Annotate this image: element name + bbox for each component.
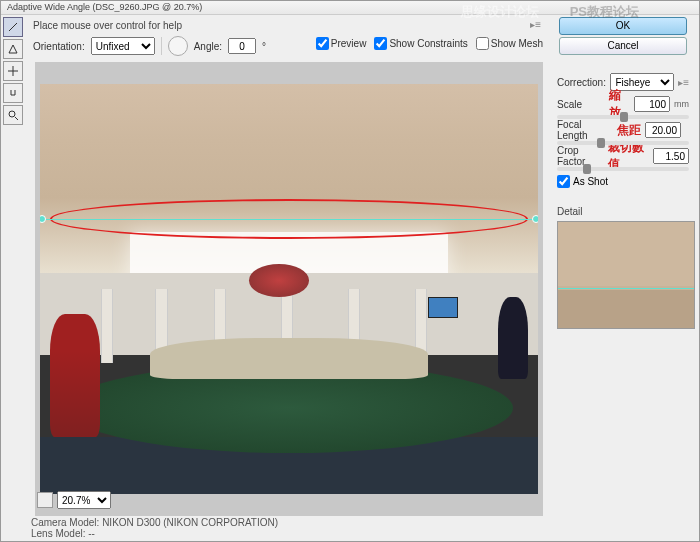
tool-palette [3,17,27,125]
view-options: Preview Show Constraints Show Mesh [316,37,543,50]
show-constraints-checkbox[interactable]: Show Constraints [374,37,467,50]
camera-model: Camera Model: NIKON D300 (NIKON CORPORAT… [31,517,278,528]
nav-hand-icon[interactable] [37,492,53,508]
move-tool[interactable] [3,61,23,81]
focal-chinese: 焦距 [617,122,641,139]
adaptive-wide-angle-dialog: Adaptive Wide Angle (DSC_9260.JPG @ 20.7… [0,0,700,542]
correction-menu-icon[interactable]: ▸≡ [678,77,689,88]
detail-constraint-line [558,288,694,289]
focal-slider[interactable] [557,141,689,145]
zoom-bar: 20.7% [35,489,113,511]
main-area: Place mouse over control for help Orient… [29,17,549,527]
lens-model: Lens Model: -- [31,528,278,539]
orientation-label: Orientation: [33,41,85,52]
image-canvas[interactable] [40,84,538,494]
orientation-select[interactable]: Unfixed [91,37,155,55]
watermark-1: 思缘设计论坛 [461,3,539,21]
cancel-button[interactable]: Cancel [559,37,687,55]
scale-slider[interactable] [557,115,689,119]
crop-label: Crop Factor [557,145,604,167]
detail-preview[interactable] [557,221,695,329]
show-mesh-checkbox[interactable]: Show Mesh [476,37,543,50]
scale-label: Scale [557,99,605,110]
hand-tool[interactable] [3,83,23,103]
constraint-overlay[interactable] [40,199,538,239]
scene-santa [50,314,100,437]
as-shot-label: As Shot [573,176,608,187]
angle-unit: ° [262,41,266,52]
scale-input[interactable] [634,96,670,112]
constraint-line[interactable] [40,219,538,220]
crop-input[interactable] [653,148,689,164]
scene-tv [428,297,458,318]
zoom-tool[interactable] [3,105,23,125]
constraint-tool[interactable] [3,17,23,37]
correction-label: Correction: [557,77,606,88]
correction-section: Correction: Fisheye ▸≡ Scale 縮放 mm Focal… [551,67,695,333]
constraint-endpoint-left[interactable] [40,215,46,223]
scene-desk [150,338,429,379]
preview-checkbox[interactable]: Preview [316,37,367,50]
angle-input[interactable] [228,38,256,54]
focal-label: Focal Length [557,119,613,141]
right-panel: OK Cancel Correction: Fisheye ▸≡ Scale 縮… [551,15,695,333]
scale-unit: mm [674,99,689,109]
metadata: Camera Model: NIKON D300 (NIKON CORPORAT… [31,517,278,539]
focal-input[interactable] [645,122,681,138]
watermark-2: PS教程论坛 [570,3,639,21]
constraint-endpoint-right[interactable] [532,215,538,223]
scene-person [498,297,528,379]
zoom-select[interactable]: 20.7% [57,491,111,509]
detail-label: Detail [557,206,689,217]
separator [161,37,162,55]
svg-point-0 [9,111,15,117]
as-shot-checkbox[interactable] [557,175,570,188]
polygon-tool[interactable] [3,39,23,59]
canvas-viewport[interactable] [35,62,543,516]
scene-decoration [249,264,309,297]
crop-slider[interactable] [557,167,689,171]
angle-label: Angle: [194,41,222,52]
angle-dial[interactable] [168,36,188,56]
